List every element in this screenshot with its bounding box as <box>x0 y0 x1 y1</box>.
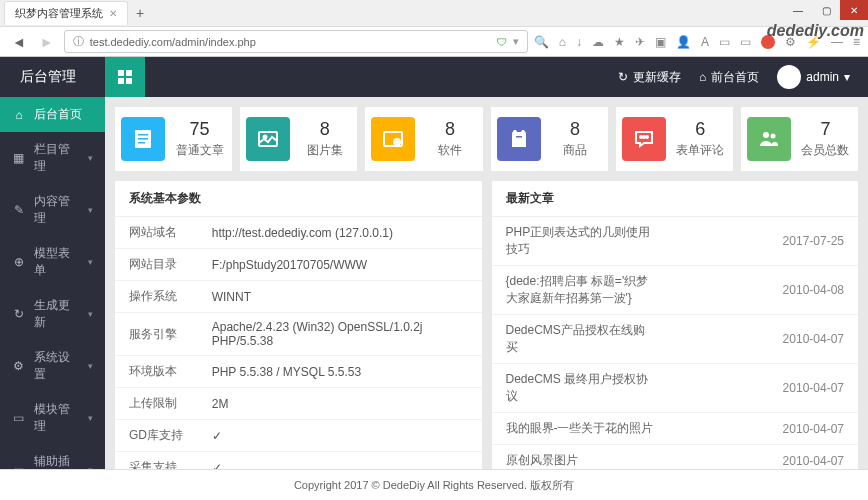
stat-card[interactable]: 7会员总数 <box>741 107 858 171</box>
home-icon[interactable]: ⌂ <box>559 35 566 49</box>
browser-tab-bar: 织梦内容管理系统 ✕ + — ▢ ✕ dedediy.com <box>0 0 868 26</box>
panel-title: 系统基本参数 <box>115 181 482 217</box>
sidebar-item[interactable]: ↻生成更新▾ <box>0 288 105 340</box>
footer: Copyright 2017 © DedeDiy All Rights Rese… <box>0 469 868 500</box>
search-icon[interactable]: 🔍 <box>534 35 549 49</box>
svg-point-16 <box>763 132 769 138</box>
chevron-down-icon: ▾ <box>88 413 93 423</box>
account-icon[interactable]: 👤 <box>676 35 691 49</box>
svg-rect-12 <box>516 136 522 138</box>
refresh-icon: ↻ <box>618 70 628 84</box>
frontend-home-link[interactable]: ⌂ 前台首页 <box>699 69 759 86</box>
table-row: 网站域名http://test.dedediy.com (127.0.0.1) <box>115 217 482 249</box>
param-key: 上传限制 <box>115 388 198 420</box>
stat-card[interactable]: 8软件 <box>365 107 482 171</box>
tab-title: 织梦内容管理系统 <box>15 6 103 21</box>
system-info-panel: 系统基本参数 网站域名http://test.dedediy.com (127.… <box>115 181 482 469</box>
table-row[interactable]: DedeCMS产品授权在线购买2010-04-07 <box>492 315 859 364</box>
param-key: GD库支持 <box>115 420 198 452</box>
card-label: 软件 <box>423 142 476 159</box>
sidebar-item-label: 后台首页 <box>34 106 82 123</box>
svg-point-14 <box>643 136 645 138</box>
chevron-down-icon: ▾ <box>844 70 850 84</box>
sidebar-item[interactable]: ⊕模型表单▾ <box>0 236 105 288</box>
table-row[interactable]: PHP正则表达式的几则使用技巧2017-07-25 <box>492 217 859 266</box>
param-key: 网站目录 <box>115 249 198 281</box>
chevron-down-icon[interactable]: ▾ <box>513 35 519 48</box>
maximize-button[interactable]: ▢ <box>812 0 840 20</box>
table-row: 操作系统WINNT <box>115 281 482 313</box>
new-tab-button[interactable]: + <box>128 1 152 25</box>
menu-icon: ⌂ <box>12 108 26 122</box>
home-icon: ⌂ <box>699 70 706 84</box>
sidebar-item[interactable]: ⚙系统设置▾ <box>0 340 105 392</box>
sidebar-item[interactable]: ▭辅助插件▾ <box>0 444 105 469</box>
back-button[interactable]: ◄ <box>8 34 30 50</box>
param-key: 环境版本 <box>115 356 198 388</box>
chevron-down-icon: ▾ <box>88 205 93 215</box>
table-row[interactable]: 原创风景图片2010-04-07 <box>492 445 859 470</box>
refresh-cache-link[interactable]: ↻ 更新缓存 <box>618 69 681 86</box>
address-bar: ◄ ► ⓘ test.dedediy.com/admin/index.php 🛡… <box>0 26 868 56</box>
table-row[interactable]: DedeCMS 最终用户授权协议2010-04-07 <box>492 364 859 413</box>
param-key: 网站域名 <box>115 217 198 249</box>
browser-tab[interactable]: 织梦内容管理系统 ✕ <box>4 1 128 25</box>
stat-card[interactable]: 6表单评论 <box>616 107 733 171</box>
download-icon[interactable]: ↓ <box>576 35 582 49</box>
sidebar-item-label: 模块管理 <box>34 401 80 435</box>
watermark: dedediy.com <box>767 22 864 40</box>
svg-rect-2 <box>118 78 124 84</box>
send-icon[interactable]: ✈ <box>635 35 645 49</box>
card-icon <box>246 117 290 161</box>
bookmark-icon[interactable]: ★ <box>614 35 625 49</box>
shield-icon[interactable]: 🛡 <box>496 36 507 48</box>
sidebar: ⌂后台首页▦栏目管理▾✎内容管理▾⊕模型表单▾↻生成更新▾⚙系统设置▾▭模块管理… <box>0 97 105 469</box>
translate-icon[interactable]: A <box>701 35 709 49</box>
param-value: F:/phpStudy20170705/WWW <box>198 249 482 281</box>
sidebar-item[interactable]: ▭模块管理▾ <box>0 392 105 444</box>
minimize-button[interactable]: — <box>784 0 812 20</box>
card-number: 8 <box>423 119 476 140</box>
sidebar-item-label: 系统设置 <box>34 349 80 383</box>
url-input[interactable]: ⓘ test.dedediy.com/admin/index.php 🛡 ▾ <box>64 30 528 53</box>
cloud-icon[interactable]: ☁ <box>592 35 604 49</box>
table-row: 服务引擎Apache/2.4.23 (Win32) OpenSSL/1.0.2j… <box>115 313 482 356</box>
devtools-icon[interactable]: ▭ <box>740 35 751 49</box>
screenshot-icon[interactable]: ▣ <box>655 35 666 49</box>
panel-title: 最新文章 <box>492 181 859 217</box>
chevron-down-icon: ▾ <box>88 257 93 267</box>
forward-button[interactable]: ► <box>36 34 58 50</box>
close-window-button[interactable]: ✕ <box>840 0 868 20</box>
article-title: DedeCMS产品授权在线购买 <box>492 315 668 364</box>
card-number: 7 <box>799 119 852 140</box>
stat-card[interactable]: 8图片集 <box>240 107 357 171</box>
sidebar-item[interactable]: ⌂后台首页 <box>0 97 105 132</box>
grid-toggle-button[interactable] <box>105 57 145 97</box>
sidebar-item[interactable]: ✎内容管理▾ <box>0 184 105 236</box>
article-date: 2017-07-25 <box>668 217 858 266</box>
url-text: test.dedediy.com/admin/index.php <box>90 36 256 48</box>
stat-card[interactable]: 75普通文章 <box>115 107 232 171</box>
card-icon <box>747 117 791 161</box>
stat-cards: 75普通文章8图片集8软件8商品6表单评论7会员总数 <box>115 107 858 171</box>
close-icon[interactable]: ✕ <box>109 8 117 19</box>
param-value: http://test.dedediy.com (127.0.0.1) <box>198 217 482 249</box>
chevron-down-icon: ▾ <box>88 309 93 319</box>
card-icon <box>497 117 541 161</box>
reader-icon[interactable]: ▭ <box>719 35 730 49</box>
chevron-down-icon: ▾ <box>88 361 93 371</box>
table-row: 环境版本PHP 5.5.38 / MYSQL 5.5.53 <box>115 356 482 388</box>
card-number: 6 <box>674 119 727 140</box>
table-row: GD库支持✓ <box>115 420 482 452</box>
svg-rect-7 <box>138 142 145 144</box>
table-row: 网站目录F:/phpStudy20170705/WWW <box>115 249 482 281</box>
table-row[interactable]: {dede:招聘启事 标题='织梦大家庭新年招募第一波'}2010-04-08 <box>492 266 859 315</box>
svg-rect-5 <box>138 134 148 136</box>
article-title: 我的眼界-一些关于花的照片 <box>492 413 668 445</box>
param-key: 服务引擎 <box>115 313 198 356</box>
user-menu[interactable]: admin ▾ <box>777 65 850 89</box>
table-row[interactable]: 我的眼界-一些关于花的照片2010-04-07 <box>492 413 859 445</box>
stat-card[interactable]: 8商品 <box>491 107 608 171</box>
sidebar-item[interactable]: ▦栏目管理▾ <box>0 132 105 184</box>
article-date: 2010-04-07 <box>668 445 858 470</box>
